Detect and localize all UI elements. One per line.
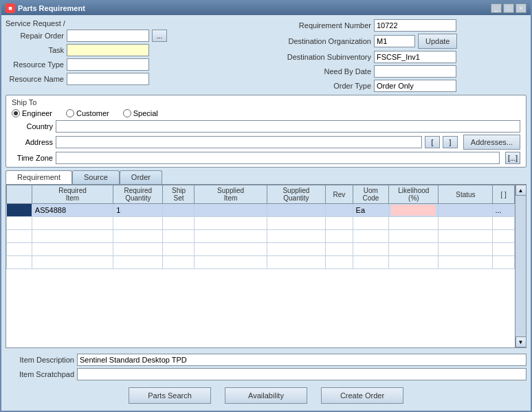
status-input[interactable] bbox=[441, 231, 490, 242]
required-item-input[interactable] bbox=[34, 218, 111, 229]
ship-set-input[interactable] bbox=[165, 218, 192, 229]
rev-input[interactable] bbox=[328, 205, 350, 216]
create-order-button[interactable]: Create Order bbox=[321, 387, 403, 404]
cell-likelihood[interactable] bbox=[389, 243, 439, 256]
likelihood-input[interactable] bbox=[391, 231, 436, 242]
uom-input[interactable] bbox=[355, 231, 387, 242]
cell-required-item[interactable] bbox=[32, 217, 113, 230]
cell-options[interactable] bbox=[493, 217, 515, 230]
address-bracket1-button[interactable]: [ bbox=[425, 136, 440, 148]
minimize-button[interactable]: _ bbox=[491, 3, 502, 13]
cell-likelihood[interactable] bbox=[389, 230, 439, 243]
radio-special[interactable]: Special bbox=[123, 109, 158, 117]
rev-input[interactable] bbox=[328, 244, 350, 255]
cell-uom[interactable] bbox=[353, 243, 389, 256]
required-qty-input[interactable] bbox=[115, 257, 160, 268]
supplied-qty-input[interactable] bbox=[269, 205, 323, 216]
cell-required-item[interactable] bbox=[32, 243, 113, 256]
cell-required-qty[interactable] bbox=[113, 204, 163, 217]
cell-required-item[interactable] bbox=[32, 230, 113, 243]
cell-rev[interactable] bbox=[326, 243, 353, 256]
cell-supplied-item[interactable] bbox=[195, 256, 267, 269]
cell-status[interactable] bbox=[439, 217, 493, 230]
item-description-input[interactable] bbox=[77, 354, 527, 366]
cell-supplied-qty[interactable] bbox=[267, 204, 325, 217]
required-item-input[interactable] bbox=[34, 205, 111, 216]
ship-set-input[interactable] bbox=[165, 244, 192, 255]
order-type-input[interactable] bbox=[374, 80, 456, 92]
country-input[interactable] bbox=[56, 120, 520, 133]
cell-supplied-qty[interactable] bbox=[267, 256, 325, 269]
uom-input[interactable] bbox=[355, 218, 387, 229]
cell-supplied-qty[interactable] bbox=[267, 217, 325, 230]
availability-button[interactable]: Availability bbox=[225, 387, 307, 404]
supplied-qty-input[interactable] bbox=[269, 218, 323, 229]
repair-order-input[interactable]: 25354 bbox=[67, 30, 149, 42]
required-qty-input[interactable] bbox=[115, 205, 160, 216]
status-input[interactable] bbox=[441, 257, 490, 268]
rev-input[interactable] bbox=[328, 218, 350, 229]
radio-customer-circle[interactable] bbox=[66, 109, 74, 117]
required-qty-input[interactable] bbox=[115, 231, 160, 242]
cell-required-qty[interactable] bbox=[113, 243, 163, 256]
cell-supplied-item[interactable] bbox=[195, 230, 267, 243]
likelihood-input[interactable] bbox=[391, 218, 436, 229]
ship-set-input[interactable] bbox=[165, 231, 192, 242]
close-button[interactable]: × bbox=[516, 3, 527, 13]
scroll-down-button[interactable]: ▼ bbox=[516, 336, 527, 347]
cell-rev[interactable] bbox=[326, 204, 353, 217]
status-input[interactable] bbox=[441, 205, 490, 216]
supplied-item-input[interactable] bbox=[197, 257, 264, 268]
timezone-input[interactable] bbox=[56, 152, 500, 164]
task-input[interactable]: 30218 bbox=[67, 44, 149, 56]
cell-options[interactable]: ... bbox=[493, 204, 515, 217]
cell-rev[interactable] bbox=[326, 230, 353, 243]
required-qty-input[interactable] bbox=[115, 244, 160, 255]
update-button[interactable]: Update bbox=[418, 34, 457, 49]
supplied-qty-input[interactable] bbox=[269, 257, 323, 268]
repair-order-lookup-button[interactable]: ... bbox=[152, 30, 167, 42]
cell-supplied-item[interactable] bbox=[195, 243, 267, 256]
radio-engineer-circle[interactable] bbox=[12, 109, 20, 117]
cell-required-qty[interactable] bbox=[113, 256, 163, 269]
required-item-input[interactable] bbox=[34, 257, 111, 268]
scroll-up-button[interactable]: ▲ bbox=[516, 185, 527, 196]
supplied-item-input[interactable] bbox=[197, 231, 264, 242]
supplied-item-input[interactable] bbox=[197, 218, 264, 229]
likelihood-input[interactable] bbox=[391, 244, 436, 255]
cell-likelihood[interactable] bbox=[389, 256, 439, 269]
address-bracket2-button[interactable]: ] bbox=[443, 136, 458, 148]
radio-customer[interactable]: Customer bbox=[66, 109, 109, 117]
cell-likelihood[interactable] bbox=[389, 217, 439, 230]
cell-supplied-item[interactable] bbox=[195, 204, 267, 217]
status-input[interactable] bbox=[441, 218, 490, 229]
cell-required-item[interactable] bbox=[32, 256, 113, 269]
cell-options[interactable] bbox=[493, 243, 515, 256]
item-scratchpad-input[interactable] bbox=[77, 368, 527, 380]
required-item-input[interactable] bbox=[34, 231, 111, 242]
cell-ship-set[interactable] bbox=[163, 230, 195, 243]
cell-uom[interactable] bbox=[353, 256, 389, 269]
cell-ship-set[interactable] bbox=[163, 204, 195, 217]
supplied-item-input[interactable] bbox=[197, 244, 264, 255]
likelihood-input[interactable] bbox=[391, 257, 436, 268]
ship-set-input[interactable] bbox=[165, 257, 192, 268]
scroll-track[interactable] bbox=[516, 196, 527, 336]
dest-org-input[interactable] bbox=[374, 35, 415, 47]
cell-options[interactable] bbox=[493, 230, 515, 243]
address-input[interactable] bbox=[56, 136, 422, 148]
tab-order[interactable]: Order bbox=[120, 170, 162, 184]
cell-rev[interactable] bbox=[326, 217, 353, 230]
cell-rev[interactable] bbox=[326, 256, 353, 269]
supplied-qty-input[interactable] bbox=[269, 244, 323, 255]
timezone-lookup-button[interactable]: [...] bbox=[505, 152, 520, 164]
status-input[interactable] bbox=[441, 244, 490, 255]
maximize-button[interactable]: □ bbox=[503, 3, 514, 13]
req-number-input[interactable] bbox=[374, 19, 456, 32]
addresses-button[interactable]: Addresses... bbox=[463, 135, 520, 150]
supplied-item-input[interactable] bbox=[197, 205, 264, 216]
cell-status[interactable] bbox=[439, 230, 493, 243]
cell-ship-set[interactable] bbox=[163, 217, 195, 230]
required-qty-input[interactable] bbox=[115, 218, 160, 229]
parts-search-button[interactable]: Parts Search bbox=[129, 387, 211, 404]
